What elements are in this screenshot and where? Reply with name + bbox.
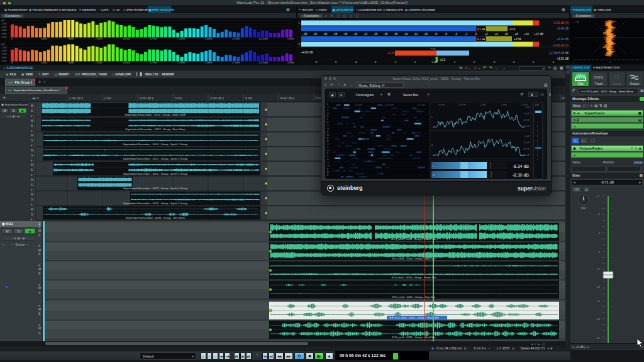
svg-text:0: 0 xyxy=(475,33,477,36)
svg-text:◂▸ ⧉: ◂▸ ⧉ xyxy=(32,96,39,100)
svg-text:-36dB: -36dB xyxy=(1,53,7,55)
svg-text:◄► KOJ_mix1 - 0023 - Group - H: ◄► KOJ_mix1 - 0023 - Group - Horns Mix xyxy=(389,316,440,319)
svg-text:5.1 dB: 5.1 dB xyxy=(477,28,486,31)
svg-text:+2: +2 xyxy=(484,33,488,36)
svg-text:-12dB: -12dB xyxy=(1,47,7,49)
svg-text:SeptemberInDecember - 0010 - G: SeptemberInDecember - 0010 - Group - Bea… xyxy=(125,113,186,116)
svg-text:+12: +12 xyxy=(596,195,601,198)
svg-text:D: D xyxy=(327,146,329,149)
svg-text:-22: -22 xyxy=(364,33,368,36)
svg-text:+12: +12 xyxy=(534,33,539,36)
svg-text:-8.34 dB: -8.34 dB xyxy=(513,164,530,168)
svg-text:+5.46 dB: +5.46 dB xyxy=(557,27,569,30)
svg-text:-16: -16 xyxy=(394,33,398,36)
svg-text:L: L xyxy=(431,116,433,119)
svg-text:44Hz: 44Hz xyxy=(41,37,47,40)
svg-text:-24: -24 xyxy=(596,300,601,303)
svg-text:-8: -8 xyxy=(435,33,438,36)
svg-text:+5.54 dB: +5.54 dB xyxy=(557,38,569,41)
svg-text:R: R xyxy=(433,173,435,177)
svg-text:-36dB: -36dB xyxy=(1,29,7,31)
svg-text:4 mn: 4 mn xyxy=(245,96,252,100)
svg-text:-60dB: -60dB xyxy=(1,60,7,62)
svg-text:KOJ_mix1 - 0015 - Group - Bass: KOJ_mix1 - 0015 - Group - Bass Mix xyxy=(392,257,436,260)
svg-text:40 Hz: 40 Hz xyxy=(438,104,445,106)
svg-text:5.1kHz: 5.1kHz xyxy=(232,37,240,40)
svg-text:D: D xyxy=(327,109,329,112)
svg-text:+5.43 dB (0): +5.43 dB (0) xyxy=(553,44,569,47)
svg-text:SeptemberInDecember - 0014 - G: SeptemberInDecember - 0014 - Group - Syn… xyxy=(123,143,188,146)
svg-text:-36: -36 xyxy=(596,317,601,321)
svg-text:-60 dB: -60 dB xyxy=(523,154,530,156)
svg-text:-32: -32 xyxy=(313,33,318,36)
svg-text:0: 0 xyxy=(599,231,601,234)
svg-text:R: R xyxy=(431,145,433,147)
svg-text:3 mn: 3 mn xyxy=(175,96,182,100)
svg-text:KOJ_mix1 - 0027 - Group - Keys: KOJ_mix1 - 0027 - Group - Keys Mix xyxy=(392,295,436,299)
svg-text:1.3kHz: 1.3kHz xyxy=(177,37,185,40)
svg-text:2.6kHz: 2.6kHz xyxy=(204,37,212,40)
svg-text:-8.30 dB: -8.30 dB xyxy=(513,173,530,177)
svg-text:-3.5 sec: -3.5 sec xyxy=(354,104,363,106)
svg-text:10.1kHz: 10.1kHz xyxy=(258,37,268,40)
svg-text:-40 dB: -40 dB xyxy=(523,148,530,150)
svg-text:+3.54: +3.54 xyxy=(514,38,521,41)
svg-text:R: R xyxy=(327,140,329,143)
svg-text:+5.32 dB (0): +5.32 dB (0) xyxy=(553,21,569,25)
svg-text:-24dB: -24dB xyxy=(1,50,7,52)
svg-text:-48dB: -48dB xyxy=(1,33,7,35)
svg-text:G: G xyxy=(327,162,329,164)
svg-text:-12: -12 xyxy=(596,268,601,271)
svg-text:4 mn 30 s: 4 mn 30 s xyxy=(280,96,294,100)
svg-text:0 dB: 0 dB xyxy=(525,106,530,109)
svg-text:F#: F# xyxy=(327,158,330,161)
svg-text:0dB: 0dB xyxy=(1,19,5,22)
svg-text:dB: dB xyxy=(540,33,543,36)
svg-text:+6: +6 xyxy=(504,33,508,36)
svg-text:-1.5 sec: -1.5 sec xyxy=(417,104,426,106)
svg-text:KOJ_mix1 - 0031 - Group - Voca: KOJ_mix1 - 0031 - Group - Vocal Mix xyxy=(392,336,436,339)
svg-text:-20 dB: -20 dB xyxy=(523,112,530,115)
svg-text:+8: +8 xyxy=(514,33,518,36)
svg-text:-20: -20 xyxy=(374,33,378,36)
svg-text:SeptemberInDecember - 0033 - G: SeptemberInDecember - 0033 - Group - SFX… xyxy=(126,216,186,219)
svg-text:-12: -12 xyxy=(414,33,418,36)
svg-text:-60: -60 xyxy=(596,336,601,339)
svg-text:1 mn 30 s: 1 mn 30 s xyxy=(69,96,83,100)
svg-text:200 Hz: 200 Hz xyxy=(458,104,466,106)
svg-text:-30: -30 xyxy=(323,33,328,36)
svg-text:-28: -28 xyxy=(333,33,338,36)
svg-text:-18: -18 xyxy=(596,285,601,288)
svg-text:-26: -26 xyxy=(343,33,348,36)
svg-text:0 dB: 0 dB xyxy=(525,135,530,138)
svg-text:340Hz: 340Hz xyxy=(123,37,130,40)
svg-text:-2: -2 xyxy=(465,33,468,36)
svg-text:-40 dB: -40 dB xyxy=(523,119,530,121)
svg-text:KOJ_mix1 - 0018 - Group - Guit: KOJ_mix1 - 0018 - Group - Guitar Mix xyxy=(392,276,436,279)
svg-text:1 kHz: 1 kHz xyxy=(480,104,486,106)
svg-text:+10: +10 xyxy=(524,33,529,36)
svg-text:-6: -6 xyxy=(445,33,448,36)
svg-text:A#: A# xyxy=(327,171,330,173)
svg-text:+0.2: +0.2 xyxy=(440,58,446,62)
svg-text:-60dB: -60dB xyxy=(1,36,7,38)
svg-text:-6: -6 xyxy=(597,250,600,253)
svg-text:-18: -18 xyxy=(384,33,388,36)
svg-text:+2.49: +2.49 xyxy=(387,52,394,55)
svg-text:20kHz: 20kHz xyxy=(287,37,294,40)
svg-text:L: L xyxy=(327,103,328,106)
svg-text:-48dB: -48dB xyxy=(1,57,7,59)
svg-text:-12dB: -12dB xyxy=(1,23,7,25)
svg-text:-34: -34 xyxy=(303,33,308,36)
svg-text:F#: F# xyxy=(327,121,330,124)
svg-text:5.1 dB: 5.1 dB xyxy=(477,38,486,41)
svg-text:+: + xyxy=(3,95,6,101)
svg-text:-14: -14 xyxy=(404,33,408,36)
svg-text:+4.63 dB: +4.63 dB xyxy=(301,51,313,54)
svg-text:+4: +4 xyxy=(494,33,498,36)
svg-text:G#: G# xyxy=(327,165,330,167)
svg-text:SeptemberInDecember - 0021 - G: SeptemberInDecember - 0021 - Group - Syn… xyxy=(123,172,188,175)
svg-text:KOJ_mix1 - 0012 - Group - Drum: KOJ_mix1 - 0012 - Group - Drums Mix xyxy=(391,238,436,241)
svg-text:SeptemberInDecember - 0017 - G: SeptemberInDecember - 0017 - Group - Syn… xyxy=(123,157,188,160)
svg-text:A#: A# xyxy=(327,134,330,136)
